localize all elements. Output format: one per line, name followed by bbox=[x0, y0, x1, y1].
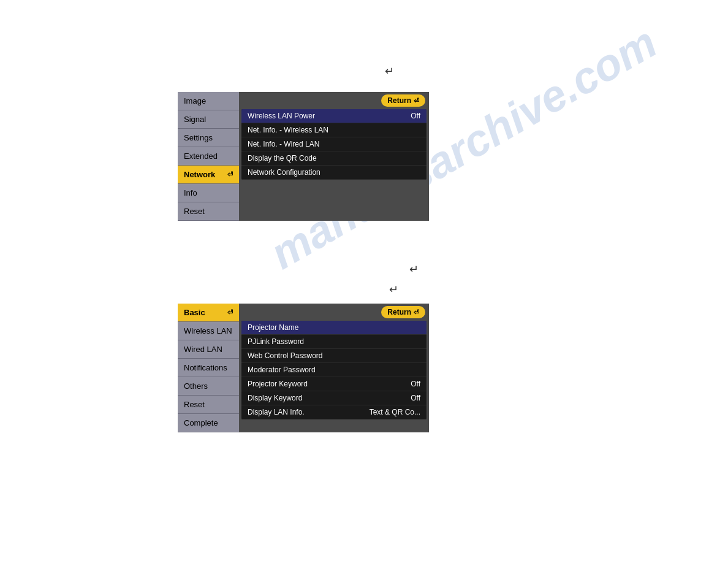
bottom-menu-label-6: Display LAN Info. bbox=[248, 408, 305, 416]
bottom-menu-label-1: PJLink Password bbox=[248, 337, 304, 346]
bottom-return-button[interactable]: Return ⏎ bbox=[381, 306, 425, 318]
bottom-menu-row-5[interactable]: Display Keyword Off bbox=[241, 391, 427, 405]
bottom-menu-row-2[interactable]: Web Control Password bbox=[241, 349, 427, 363]
bottom-menu-row-3[interactable]: Moderator Password bbox=[241, 363, 427, 377]
bottom-sidebar: Basic ⏎ Wireless LAN Wired LAN Notificat… bbox=[178, 304, 239, 432]
top-menu-row-3[interactable]: Display the QR Code bbox=[241, 151, 427, 166]
top-return-label: Return bbox=[387, 96, 411, 105]
sidebar-item-image[interactable]: Image bbox=[178, 92, 239, 110]
sidebar-item-reset[interactable]: Reset bbox=[178, 202, 239, 221]
enter-arrow-bottom-right: ↵ bbox=[409, 262, 419, 276]
bottom-menu-label-0: Projector Name bbox=[248, 323, 298, 332]
enter-arrow-bottom-left: ↵ bbox=[389, 283, 398, 296]
panel-bottom: Basic ⏎ Wireless LAN Wired LAN Notificat… bbox=[178, 304, 429, 432]
bottom-menu-row-4[interactable]: Projector Keyword Off bbox=[241, 377, 427, 391]
bottom-menu-row-1[interactable]: PJLink Password bbox=[241, 335, 427, 349]
sidebar-item-wired-lan[interactable]: Wired LAN bbox=[178, 340, 239, 359]
sidebar-item-reset-bottom[interactable]: Reset bbox=[178, 396, 239, 414]
sidebar-item-network[interactable]: Network ⏎ bbox=[178, 166, 239, 184]
bottom-menu-row-6[interactable]: Display LAN Info. Text & QR Co... bbox=[241, 405, 427, 419]
top-menu-value-0: Off bbox=[411, 112, 420, 120]
top-sidebar: Image Signal Settings Extended Network ⏎… bbox=[178, 92, 239, 221]
top-menu-label-1: Net. Info. - Wireless LAN bbox=[248, 126, 328, 134]
enter-arrow-top: ↵ bbox=[385, 64, 394, 78]
bottom-menu-label-5: Display Keyword bbox=[248, 394, 302, 402]
top-return-enter-icon: ⏎ bbox=[414, 97, 419, 105]
top-menu-label-0: Wireless LAN Power bbox=[248, 112, 315, 120]
bottom-menu-label-3: Moderator Password bbox=[248, 366, 316, 374]
sidebar-item-complete[interactable]: Complete bbox=[178, 414, 239, 432]
bottom-menu-value-4: Off bbox=[411, 380, 420, 388]
top-main-content: Return ⏎ Wireless LAN Power Off Net. Inf… bbox=[239, 92, 429, 221]
sidebar-item-others[interactable]: Others bbox=[178, 377, 239, 396]
sidebar-item-notifications[interactable]: Notifications bbox=[178, 359, 239, 377]
top-menu-row-0[interactable]: Wireless LAN Power Off bbox=[241, 109, 427, 123]
bottom-return-enter-icon: ⏎ bbox=[414, 308, 419, 316]
top-return-button[interactable]: Return ⏎ bbox=[381, 94, 425, 107]
sidebar-item-extended[interactable]: Extended bbox=[178, 147, 239, 166]
top-menu-list: Wireless LAN Power Off Net. Info. - Wire… bbox=[241, 109, 427, 180]
sidebar-item-network-label: Network bbox=[184, 170, 215, 179]
bottom-menu-label-2: Web Control Password bbox=[248, 351, 323, 360]
sidebar-item-signal[interactable]: Signal bbox=[178, 110, 239, 129]
bottom-menu-value-5: Off bbox=[411, 394, 420, 402]
sidebar-item-settings[interactable]: Settings bbox=[178, 129, 239, 147]
panel-top: Image Signal Settings Extended Network ⏎… bbox=[178, 92, 429, 221]
sidebar-item-basic[interactable]: Basic ⏎ bbox=[178, 304, 239, 322]
top-menu-label-4: Network Configuration bbox=[248, 168, 320, 177]
bottom-main-content: Return ⏎ Projector Name PJLink Password … bbox=[239, 304, 429, 432]
top-menu-label-3: Display the QR Code bbox=[248, 154, 317, 163]
bottom-menu-value-6: Text & QR Co... bbox=[370, 408, 420, 416]
top-menu-row-4[interactable]: Network Configuration bbox=[241, 166, 427, 180]
top-menu-row-2[interactable]: Net. Info. - Wired LAN bbox=[241, 137, 427, 151]
network-enter-icon: ⏎ bbox=[227, 170, 233, 178]
bottom-content-header: Return ⏎ bbox=[239, 304, 429, 321]
sidebar-item-info[interactable]: Info bbox=[178, 184, 239, 202]
top-menu-row-1[interactable]: Net. Info. - Wireless LAN bbox=[241, 123, 427, 137]
bottom-menu-row-0[interactable]: Projector Name bbox=[241, 321, 427, 335]
top-menu-label-2: Net. Info. - Wired LAN bbox=[248, 140, 319, 148]
top-content-header: Return ⏎ bbox=[239, 92, 429, 109]
basic-enter-icon: ⏎ bbox=[227, 308, 233, 316]
bottom-return-label: Return bbox=[387, 308, 411, 316]
sidebar-item-wireless-lan[interactable]: Wireless LAN bbox=[178, 322, 239, 340]
bottom-menu-list: Projector Name PJLink Password Web Contr… bbox=[241, 321, 427, 419]
sidebar-item-basic-label: Basic bbox=[184, 308, 205, 317]
bottom-menu-label-4: Projector Keyword bbox=[248, 380, 308, 388]
